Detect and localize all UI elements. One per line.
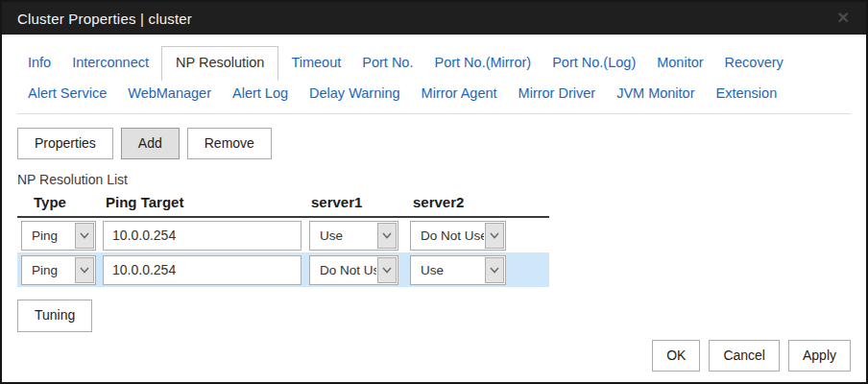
type-select-value: Ping [22, 263, 74, 277]
column-header-server1: server1 [309, 194, 398, 210]
server2-select-value: Do Not Use [411, 228, 484, 243]
chevron-down-icon[interactable] [377, 223, 397, 249]
server1-select-value: Do Not Use [310, 263, 376, 277]
cancel-button[interactable]: Cancel [709, 340, 780, 372]
server1-select-value: Use [310, 228, 376, 243]
dialog-content: Info Interconnect NP Resolution Timeout … [2, 47, 866, 332]
remove-button[interactable]: Remove [187, 128, 272, 159]
type-select[interactable]: Ping [21, 221, 96, 251]
tab-port-no-mirror[interactable]: Port No.(Mirror) [423, 47, 542, 78]
tab-interconnect[interactable]: Interconnect [61, 47, 159, 78]
tab-timeout[interactable]: Timeout [280, 47, 351, 78]
tab-recovery[interactable]: Recovery [714, 47, 794, 78]
chevron-down-icon[interactable] [485, 257, 504, 283]
chevron-down-icon[interactable] [75, 257, 94, 283]
ok-button[interactable]: OK [652, 340, 700, 372]
tab-info[interactable]: Info [17, 47, 61, 78]
tab-jvm-monitor[interactable]: JVM Monitor [606, 78, 705, 108]
dialog-title: Cluster Properties | cluster [17, 11, 192, 27]
tab-row-1: Info Interconnect NP Resolution Timeout … [17, 47, 851, 78]
tab-monitor[interactable]: Monitor [646, 47, 713, 78]
tab-mirror-driver[interactable]: Mirror Driver [508, 78, 607, 108]
cluster-properties-dialog: Cluster Properties | cluster ✕ Info Inte… [0, 0, 868, 384]
properties-button[interactable]: Properties [17, 128, 113, 159]
table-row-selected[interactable]: Ping Do Not Use Use [17, 252, 549, 287]
titlebar: Cluster Properties | cluster ✕ [2, 2, 866, 35]
tab-mirror-agent[interactable]: Mirror Agent [411, 78, 508, 108]
column-header-server2: server2 [410, 194, 464, 210]
column-header-type: Type [21, 194, 96, 210]
ping-target-input[interactable] [103, 221, 301, 251]
np-resolution-list-label: NP Resolution List [17, 172, 851, 187]
server2-select-value: Use [411, 263, 484, 277]
tab-port-no-log[interactable]: Port No.(Log) [542, 47, 646, 78]
tab-bar: Info Interconnect NP Resolution Timeout … [17, 47, 851, 114]
table-header: Type Ping Target server1 server2 [17, 194, 549, 218]
server1-select[interactable]: Do Not Use [309, 255, 398, 285]
tab-port-no[interactable]: Port No. [351, 47, 423, 78]
type-select[interactable]: Ping [21, 255, 96, 285]
table-row[interactable]: Ping Use Do Not Use [17, 218, 549, 252]
tab-row-2: Alert Service WebManager Alert Log Delay… [17, 78, 851, 108]
chevron-down-icon[interactable] [485, 223, 504, 249]
tab-extension[interactable]: Extension [706, 78, 788, 108]
apply-button[interactable]: Apply [788, 340, 851, 372]
tab-np-resolution[interactable]: NP Resolution [161, 46, 278, 81]
tab-delay-warning[interactable]: Delay Warning [299, 78, 411, 108]
server2-select[interactable]: Do Not Use [410, 221, 506, 251]
tab-alert-log[interactable]: Alert Log [222, 78, 299, 108]
server2-select[interactable]: Use [410, 255, 506, 285]
chevron-down-icon[interactable] [75, 223, 94, 249]
tuning-wrap: Tuning [17, 300, 851, 331]
chevron-down-icon[interactable] [377, 257, 397, 283]
toolbar: Properties Add Remove [17, 128, 851, 159]
tab-webmanager[interactable]: WebManager [117, 78, 222, 108]
type-select-value: Ping [22, 228, 74, 243]
tuning-button[interactable]: Tuning [17, 300, 92, 331]
server1-select[interactable]: Use [309, 221, 398, 251]
tabs-separator [17, 113, 851, 114]
column-header-ping-target: Ping Target [103, 194, 301, 210]
tab-alert-service[interactable]: Alert Service [17, 78, 117, 108]
ping-target-input[interactable] [103, 255, 301, 285]
np-resolution-table: Type Ping Target server1 server2 Ping Us… [17, 194, 549, 287]
add-button[interactable]: Add [121, 128, 180, 159]
close-icon[interactable]: ✕ [837, 11, 850, 26]
footer-buttons: OK Cancel Apply [652, 340, 851, 372]
